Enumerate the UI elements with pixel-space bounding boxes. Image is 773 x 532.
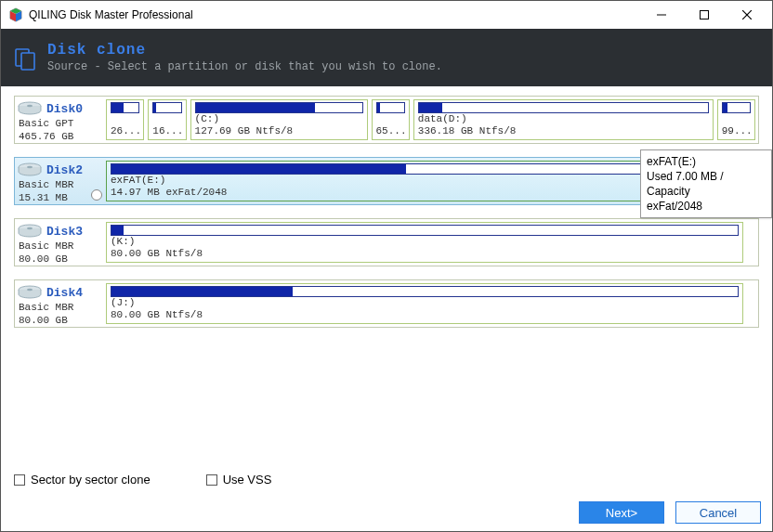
partition-strip: (K:)80.00 GB Ntfs/8 (100, 219, 758, 266)
partition[interactable]: 26... (106, 99, 144, 140)
svg-point-15 (27, 227, 33, 229)
partition-detail: 65... (376, 125, 405, 137)
disk-row[interactable]: Disk4Basic MBR80.00 GB(J:)80.00 GB Ntfs/… (14, 279, 759, 328)
svg-point-17 (27, 289, 33, 291)
partition[interactable]: data(D:)336.18 GB Ntfs/8 (413, 99, 714, 140)
partition-detail: 80.00 GB Ntfs/8 (111, 309, 739, 321)
disk-row[interactable]: Disk0Basic GPT465.76 GB26...16...(C:)127… (14, 96, 759, 144)
partition-label: data(D:) (418, 113, 709, 125)
close-button[interactable] (726, 2, 768, 28)
disk-size: 80.00 GB (17, 314, 100, 327)
usage-bar (152, 102, 181, 113)
use-vss-label: Use VSS (223, 473, 272, 487)
usage-bar (111, 225, 739, 236)
disk-size: 80.00 GB (17, 253, 100, 266)
disk-type: Basic MBR (17, 240, 100, 253)
usage-bar (376, 102, 405, 113)
partition[interactable]: 16... (148, 99, 186, 140)
app-icon (8, 7, 23, 22)
cancel-button[interactable]: Cancel (675, 501, 761, 524)
tooltip-line: exFAT(E:) (647, 154, 766, 169)
checkbox-icon (206, 474, 217, 486)
partition-strip: 26...16...(C:)127.69 GB Ntfs/865...data(… (100, 97, 758, 143)
disk-info: Disk2Basic MBR15.31 MB (15, 158, 100, 204)
tooltip-line: Used 7.00 MB / Capacity (647, 169, 766, 199)
disk-size: 465.76 GB (17, 130, 100, 143)
svg-point-11 (27, 105, 33, 107)
disk-name: Disk0 (46, 102, 83, 116)
usage-bar (722, 102, 751, 113)
disk-icon (17, 284, 43, 301)
partition[interactable]: (J:)80.00 GB Ntfs/8 (106, 283, 743, 324)
usage-bar (195, 102, 363, 113)
svg-rect-9 (21, 53, 34, 70)
radio-icon[interactable] (91, 189, 102, 201)
disk-list: Disk0Basic GPT465.76 GB26...16...(C:)127… (1, 86, 772, 458)
button-bar: Next> Cancel (579, 501, 761, 524)
disk-size: 15.31 MB (17, 191, 100, 204)
partition-detail: 80.00 GB Ntfs/8 (111, 248, 739, 260)
disk-info: Disk0Basic GPT465.76 GB (15, 97, 100, 143)
app-title: QILING Disk Master Professional (29, 8, 640, 21)
partition[interactable]: (C:)127.69 GB Ntfs/8 (190, 99, 368, 140)
disk-icon (17, 100, 43, 117)
next-button[interactable]: Next> (579, 501, 664, 524)
disk-info: Disk3Basic MBR80.00 GB (15, 219, 100, 266)
sector-clone-label: Sector by sector clone (31, 473, 151, 487)
partition-label: (K:) (111, 236, 739, 248)
disk-name: Disk2 (46, 163, 83, 177)
partition-detail: 99... (722, 125, 751, 137)
partition-label: (J:) (111, 297, 739, 309)
disk-icon (17, 162, 43, 178)
partition[interactable]: (K:)80.00 GB Ntfs/8 (106, 222, 743, 263)
options-row: Sector by sector clone Use VSS (14, 473, 271, 487)
disk-name: Disk3 (46, 225, 83, 239)
disk-type: Basic MBR (17, 301, 100, 314)
partition-tooltip: exFAT(E:) Used 7.00 MB / Capacity exFat/… (640, 149, 772, 218)
sector-clone-checkbox[interactable]: Sector by sector clone (14, 473, 151, 487)
page-subtitle: Source - Select a partition or disk that… (47, 60, 442, 73)
tooltip-line: exFat/2048 (647, 199, 766, 214)
maximize-button[interactable] (683, 2, 726, 28)
disk-row[interactable]: Disk3Basic MBR80.00 GB(K:)80.00 GB Ntfs/… (14, 218, 759, 266)
checkbox-icon (14, 474, 25, 486)
disk-type: Basic MBR (17, 178, 100, 191)
page-title: Disk clone (47, 42, 442, 58)
usage-bar (111, 286, 739, 297)
partition[interactable]: 65... (372, 99, 410, 140)
partition-label: (C:) (195, 113, 363, 125)
partition-detail: 127.69 GB Ntfs/8 (195, 125, 363, 137)
svg-point-13 (27, 166, 33, 168)
clone-icon (12, 45, 38, 71)
disk-icon (17, 223, 43, 240)
disk-info: Disk4Basic MBR80.00 GB (15, 280, 100, 327)
partition-detail: 16... (152, 125, 181, 137)
usage-bar (111, 102, 139, 113)
partition-detail: 336.18 GB Ntfs/8 (418, 125, 709, 137)
disk-type: Basic GPT (17, 117, 100, 130)
wizard-header: Disk clone Source - Select a partition o… (1, 29, 772, 86)
svg-rect-5 (701, 11, 709, 19)
minimize-button[interactable] (640, 2, 683, 28)
titlebar: QILING Disk Master Professional (1, 1, 772, 29)
disk-name: Disk4 (46, 286, 83, 300)
usage-bar (418, 102, 709, 113)
partition-detail: 26... (111, 125, 139, 137)
use-vss-checkbox[interactable]: Use VSS (206, 473, 272, 487)
partition-strip: (J:)80.00 GB Ntfs/8 (100, 280, 758, 327)
partition[interactable]: 99... (717, 99, 755, 140)
